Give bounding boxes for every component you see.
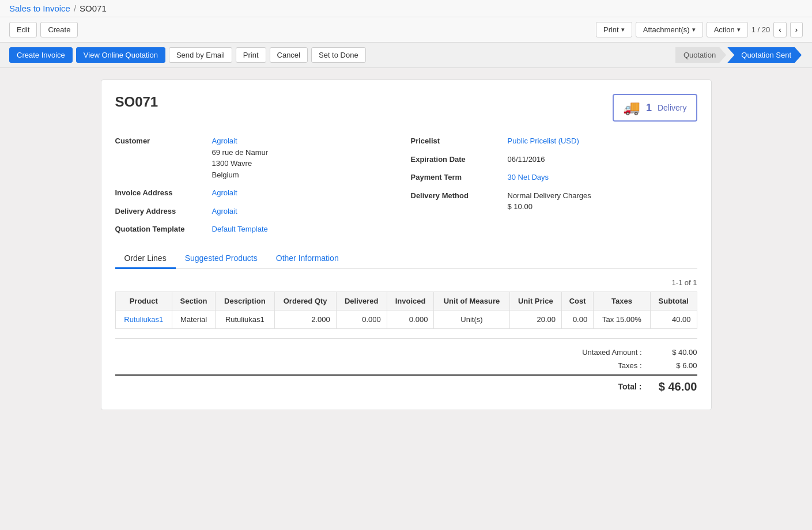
cell-description: Rutuliukas1	[216, 310, 274, 328]
col-header-product: Product	[115, 292, 172, 310]
col-header-subtotal: Subtotal	[650, 292, 697, 310]
set-done-button[interactable]: Set to Done	[311, 47, 366, 63]
attachments-button[interactable]: Attachment(s)	[636, 22, 703, 37]
untaxed-amount-value: $ 40.00	[651, 348, 697, 357]
invoice-address-value[interactable]: Agrolait	[212, 187, 402, 199]
delivery-address-field: Delivery Address Agrolait	[115, 206, 402, 217]
customer-addr1: 69 rue de Namur	[212, 148, 269, 157]
customer-label: Customer	[115, 135, 207, 145]
cell-delivered: 0.000	[336, 310, 387, 328]
col-header-unit-price: Unit Price	[509, 292, 561, 310]
tab-order-lines[interactable]: Order Lines	[115, 249, 176, 269]
pricelist-label: Pricelist	[411, 135, 503, 145]
cell-product[interactable]: Rutuliukas1	[115, 310, 172, 328]
untaxed-amount-label: Untaxed Amount :	[550, 348, 642, 357]
grand-total-label: Total :	[550, 382, 642, 391]
delivery-label: Delivery	[658, 103, 687, 112]
breadcrumb-parent[interactable]: Sales to Invoice	[9, 3, 70, 13]
cell-unit-price: 20.00	[509, 310, 561, 328]
col-header-description: Description	[216, 292, 274, 310]
order-table: Product Section Description Ordered Qty …	[115, 292, 697, 329]
col-header-unit-of-measure: Unit of Measure	[434, 292, 509, 310]
view-online-button[interactable]: View Online Quotation	[76, 47, 165, 63]
prev-page-button[interactable]: ‹	[773, 22, 786, 37]
customer-value: Agrolait 69 rue de Namur 1300 Wavre Belg…	[212, 135, 402, 180]
print-action-button[interactable]: Print	[236, 47, 266, 63]
cell-unit-of-measure: Unit(s)	[434, 310, 509, 328]
table-row: Rutuliukas1 Material Rutuliukas1 2.000 0…	[115, 310, 697, 328]
table-count: 1-1 of 1	[115, 278, 697, 287]
delivery-address-value[interactable]: Agrolait	[212, 206, 402, 217]
col-header-taxes: Taxes	[594, 292, 650, 310]
col-header-cost: Cost	[561, 292, 593, 310]
totals-section: Untaxed Amount : $ 40.00 Taxes : $ 6.00 …	[115, 338, 697, 396]
next-page-button[interactable]: ›	[790, 22, 803, 37]
page-info: 1 / 20	[751, 25, 771, 34]
payment-term-value[interactable]: 30 Net Days	[508, 172, 697, 183]
col-header-delivered: Delivered	[336, 292, 387, 310]
quotation-template-value[interactable]: Default Template	[212, 224, 402, 235]
action-bar: Create Invoice View Online Quotation Sen…	[0, 43, 812, 68]
col-header-invoiced: Invoiced	[387, 292, 434, 310]
document-title: SO071	[115, 94, 158, 110]
cell-section: Material	[172, 310, 215, 328]
col-header-section: Section	[172, 292, 215, 310]
cell-invoiced: 0.000	[387, 310, 434, 328]
delivery-method-label: Delivery Method	[411, 190, 503, 200]
delivery-address-label: Delivery Address	[115, 206, 207, 215]
delivery-badge[interactable]: 🚚 1 Delivery	[613, 94, 697, 122]
cell-subtotal: 40.00	[650, 310, 697, 328]
form-section-left: Customer Agrolait 69 rue de Namur 1300 W…	[115, 135, 402, 235]
print-button[interactable]: Print	[596, 22, 632, 37]
pricelist-value[interactable]: Public Pricelist (USD)	[508, 135, 697, 147]
payment-term-label: Payment Term	[411, 172, 503, 181]
customer-name-link[interactable]: Agrolait	[212, 137, 237, 145]
taxes-row: Taxes : $ 6.00	[115, 359, 697, 372]
expiration-date-label: Expiration Date	[411, 154, 503, 164]
taxes-label: Taxes :	[550, 361, 642, 370]
breadcrumb-bar: Sales to Invoice / SO071	[0, 0, 812, 17]
expiration-date-value: 06/11/2016	[508, 154, 697, 165]
send-email-button[interactable]: Send by Email	[169, 47, 232, 63]
action-button[interactable]: Action	[707, 22, 748, 37]
cell-taxes: Tax 15.00%	[594, 310, 650, 328]
main-content: SO071 🚚 1 Delivery Customer Agrolait 69 …	[0, 68, 812, 422]
breadcrumb-current: SO071	[80, 3, 107, 13]
cell-ordered-qty: 2.000	[274, 310, 336, 328]
document-card: SO071 🚚 1 Delivery Customer Agrolait 69 …	[101, 80, 712, 410]
customer-addr2: 1300 Wavre	[212, 159, 252, 168]
edit-button[interactable]: Edit	[9, 22, 37, 37]
status-pipeline: Quotation Quotation Sent	[675, 47, 803, 63]
taxes-value: $ 6.00	[651, 361, 697, 370]
form-grid: Customer Agrolait 69 rue de Namur 1300 W…	[115, 135, 697, 235]
toolbar: Edit Create Print Attachment(s) Action 1…	[0, 17, 812, 43]
delivery-method-name: Normal Delivery Charges	[508, 191, 591, 200]
col-header-ordered-qty: Ordered Qty	[274, 292, 336, 310]
tabs: Order Lines Suggested Products Other Inf…	[115, 249, 697, 269]
invoice-address-label: Invoice Address	[115, 187, 207, 197]
delivery-method-cost: $ 10.00	[508, 202, 532, 211]
quotation-template-label: Quotation Template	[115, 224, 207, 233]
delivery-count: 1	[646, 102, 652, 114]
cell-cost: 0.00	[561, 310, 593, 328]
status-step-quotation-sent[interactable]: Quotation Sent	[727, 47, 802, 63]
cancel-button[interactable]: Cancel	[270, 47, 308, 63]
grand-total-value: $ 46.00	[651, 380, 697, 393]
delivery-icon: 🚚	[623, 100, 640, 116]
customer-addr3: Belgium	[212, 171, 239, 179]
expiration-date-field: Expiration Date 06/11/2016	[411, 154, 697, 165]
tab-other-info[interactable]: Other Information	[267, 249, 348, 269]
grand-total-row: Total : $ 46.00	[115, 374, 697, 396]
tab-suggested-products[interactable]: Suggested Products	[176, 249, 267, 269]
invoice-address-field: Invoice Address Agrolait	[115, 187, 402, 199]
untaxed-amount-row: Untaxed Amount : $ 40.00	[115, 346, 697, 359]
create-invoice-button[interactable]: Create Invoice	[9, 47, 73, 63]
create-button[interactable]: Create	[40, 22, 78, 37]
status-step-quotation[interactable]: Quotation	[675, 47, 726, 63]
quotation-template-field: Quotation Template Default Template	[115, 224, 402, 235]
doc-header: SO071 🚚 1 Delivery	[115, 94, 697, 122]
payment-term-field: Payment Term 30 Net Days	[411, 172, 697, 183]
form-section-right: Pricelist Public Pricelist (USD) Expirat…	[411, 135, 697, 235]
delivery-method-value: Normal Delivery Charges $ 10.00	[508, 190, 697, 213]
breadcrumb-separator: /	[74, 3, 76, 13]
